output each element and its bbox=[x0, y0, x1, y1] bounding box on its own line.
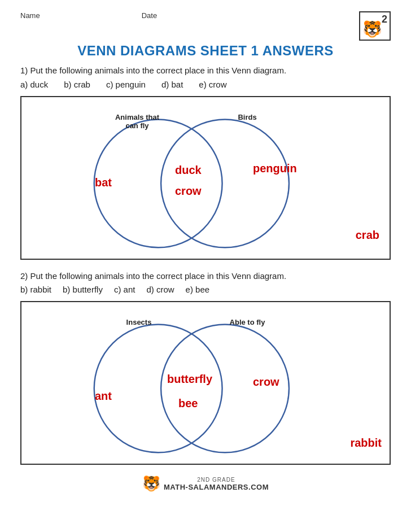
q1-animal-a: a) duck bbox=[20, 80, 48, 89]
q2-animal-b: b) butterfly bbox=[63, 285, 103, 294]
q2-answer-rabbit: rabbit bbox=[350, 437, 382, 450]
q2-animal-d: d) crow bbox=[146, 285, 174, 294]
q1-text: 1) Put the following animals into the co… bbox=[20, 64, 391, 77]
q2-answer-bee: bee bbox=[178, 397, 198, 410]
q1-animal-e: e) crow bbox=[199, 80, 226, 89]
name-label: Name bbox=[20, 11, 40, 20]
q2-answer-crow: crow bbox=[253, 376, 279, 389]
q1-answer-crab: crab bbox=[356, 229, 379, 242]
q1-answer-crow: crow bbox=[175, 185, 202, 198]
q2-animal-e: e) bee bbox=[186, 285, 210, 294]
logo-box: 2 🐯 bbox=[359, 11, 391, 41]
svg-point-1 bbox=[161, 119, 289, 247]
q2-animals-list: b) rabbit b) butterfly c) ant d) crow e)… bbox=[20, 285, 391, 294]
venn-diagram-2: Insects Able to fly ant butterfly bee cr… bbox=[20, 301, 391, 465]
page: Name Date 2 🐯 VENN DIAGRAMS SHEET 1 ANSW… bbox=[0, 0, 411, 532]
footer-text: 2ND GRADE MATH-SALAMANDERS.COM bbox=[164, 477, 269, 491]
q2-text: 2) Put the following animals into the co… bbox=[20, 270, 391, 283]
q1-answer-duck: duck bbox=[175, 164, 202, 177]
q1-animal-c: c) penguin bbox=[106, 80, 146, 89]
name-date: Name Date bbox=[20, 11, 157, 20]
page-title: VENN DIAGRAMS SHEET 1 ANSWERS bbox=[20, 43, 391, 59]
q2-animal-a: b) rabbit bbox=[20, 285, 51, 294]
q2-left-label: Insects bbox=[116, 318, 161, 326]
logo-icon: 🐯 bbox=[362, 20, 382, 38]
q2-right-label: Able to fly bbox=[222, 318, 273, 326]
q1-right-label: Birds bbox=[225, 113, 270, 121]
q1-answer-penguin: penguin bbox=[253, 162, 297, 175]
header-row: Name Date 2 🐯 bbox=[20, 11, 391, 41]
q1-animal-b: b) crab bbox=[64, 80, 90, 89]
svg-point-2 bbox=[94, 324, 222, 452]
svg-point-0 bbox=[94, 119, 222, 247]
venn-diagram-1: Animals that can fly Birds bat duck crow… bbox=[20, 96, 391, 260]
date-label: Date bbox=[142, 11, 157, 20]
q1-animal-d: d) bat bbox=[161, 80, 183, 89]
logo-grade: 2 bbox=[382, 14, 387, 25]
q1-animals-list: a) duck b) crab c) penguin d) bat e) cro… bbox=[20, 80, 391, 89]
q2-answer-ant: ant bbox=[95, 390, 112, 403]
q1-answer-bat: bat bbox=[95, 176, 112, 189]
q2-animal-c: c) ant bbox=[114, 285, 135, 294]
q1-left-label: Animals that can fly bbox=[109, 113, 165, 130]
footer-logo-icon: 🐯 bbox=[142, 475, 160, 492]
footer: 🐯 2ND GRADE MATH-SALAMANDERS.COM bbox=[20, 475, 391, 492]
footer-grade: 2ND GRADE bbox=[197, 477, 235, 483]
footer-brand: MATH-SALAMANDERS.COM bbox=[164, 483, 269, 491]
q2-answer-butterfly: butterfly bbox=[167, 373, 212, 386]
